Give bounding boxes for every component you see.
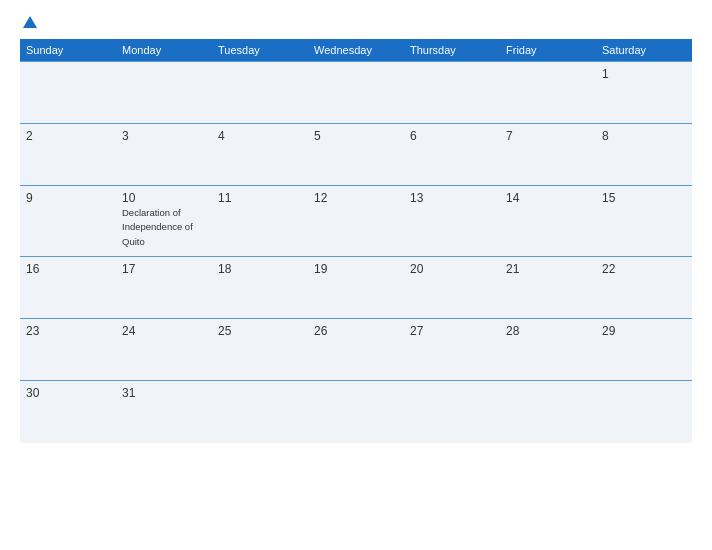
logo-blue-text (20, 16, 37, 29)
calendar-cell: 13 (404, 186, 500, 257)
day-number: 17 (122, 262, 206, 276)
calendar-cell: 16 (20, 257, 116, 319)
weekday-header-monday: Monday (116, 39, 212, 62)
calendar-cell: 21 (500, 257, 596, 319)
calendar-cell (500, 381, 596, 443)
calendar-cell (404, 381, 500, 443)
calendar-header-row: SundayMondayTuesdayWednesdayThursdayFrid… (20, 39, 692, 62)
calendar-cell: 26 (308, 319, 404, 381)
day-number: 6 (410, 129, 494, 143)
calendar-week-4: 23242526272829 (20, 319, 692, 381)
calendar-cell: 11 (212, 186, 308, 257)
calendar-cell: 19 (308, 257, 404, 319)
calendar-cell: 30 (20, 381, 116, 443)
calendar-cell: 27 (404, 319, 500, 381)
calendar-week-5: 3031 (20, 381, 692, 443)
calendar-cell: 12 (308, 186, 404, 257)
weekday-header-tuesday: Tuesday (212, 39, 308, 62)
day-number: 3 (122, 129, 206, 143)
calendar-cell: 9 (20, 186, 116, 257)
day-number: 18 (218, 262, 302, 276)
day-number: 21 (506, 262, 590, 276)
day-number: 8 (602, 129, 686, 143)
day-number: 27 (410, 324, 494, 338)
calendar-cell: 3 (116, 124, 212, 186)
logo-triangle-icon (23, 16, 37, 28)
calendar-cell: 4 (212, 124, 308, 186)
day-number: 24 (122, 324, 206, 338)
calendar-body: 12345678910Declaration of Independence o… (20, 62, 692, 443)
calendar-cell: 6 (404, 124, 500, 186)
calendar-cell: 22 (596, 257, 692, 319)
day-number: 10 (122, 191, 206, 205)
day-number: 26 (314, 324, 398, 338)
day-number: 28 (506, 324, 590, 338)
calendar-cell: 8 (596, 124, 692, 186)
calendar-week-1: 2345678 (20, 124, 692, 186)
calendar-cell: 17 (116, 257, 212, 319)
day-number: 12 (314, 191, 398, 205)
calendar-cell: 25 (212, 319, 308, 381)
calendar-week-2: 910Declaration of Independence of Quito1… (20, 186, 692, 257)
day-number: 25 (218, 324, 302, 338)
day-number: 15 (602, 191, 686, 205)
day-number: 13 (410, 191, 494, 205)
calendar-cell: 20 (404, 257, 500, 319)
day-number: 9 (26, 191, 110, 205)
calendar-cell (20, 62, 116, 124)
calendar-cell (212, 62, 308, 124)
day-number: 20 (410, 262, 494, 276)
calendar-cell (308, 381, 404, 443)
calendar-cell: 14 (500, 186, 596, 257)
day-number: 23 (26, 324, 110, 338)
weekday-header-friday: Friday (500, 39, 596, 62)
weekday-header-sunday: Sunday (20, 39, 116, 62)
day-number: 7 (506, 129, 590, 143)
calendar-cell: 29 (596, 319, 692, 381)
weekday-header-thursday: Thursday (404, 39, 500, 62)
weekday-header-wednesday: Wednesday (308, 39, 404, 62)
calendar-cell (596, 381, 692, 443)
day-number: 5 (314, 129, 398, 143)
calendar-header (20, 16, 692, 29)
day-number: 14 (506, 191, 590, 205)
calendar-cell (116, 62, 212, 124)
day-number: 30 (26, 386, 110, 400)
day-number: 11 (218, 191, 302, 205)
calendar-table: SundayMondayTuesdayWednesdayThursdayFrid… (20, 39, 692, 443)
event-label: Declaration of Independence of Quito (122, 207, 193, 247)
calendar-cell (212, 381, 308, 443)
calendar-cell: 10Declaration of Independence of Quito (116, 186, 212, 257)
calendar-cell: 31 (116, 381, 212, 443)
day-number: 1 (602, 67, 686, 81)
day-number: 2 (26, 129, 110, 143)
calendar-cell: 5 (308, 124, 404, 186)
calendar-week-3: 16171819202122 (20, 257, 692, 319)
day-number: 31 (122, 386, 206, 400)
calendar-cell: 23 (20, 319, 116, 381)
calendar-cell: 15 (596, 186, 692, 257)
calendar-cell: 1 (596, 62, 692, 124)
calendar-cell (500, 62, 596, 124)
calendar-cell: 18 (212, 257, 308, 319)
weekday-header-saturday: Saturday (596, 39, 692, 62)
calendar-cell: 28 (500, 319, 596, 381)
calendar-cell (404, 62, 500, 124)
day-number: 4 (218, 129, 302, 143)
day-number: 16 (26, 262, 110, 276)
day-number: 22 (602, 262, 686, 276)
calendar-cell: 7 (500, 124, 596, 186)
calendar-cell: 2 (20, 124, 116, 186)
day-number: 29 (602, 324, 686, 338)
calendar-week-0: 1 (20, 62, 692, 124)
logo (20, 16, 37, 29)
day-number: 19 (314, 262, 398, 276)
calendar-cell (308, 62, 404, 124)
page: SundayMondayTuesdayWednesdayThursdayFrid… (0, 0, 712, 550)
calendar-cell: 24 (116, 319, 212, 381)
